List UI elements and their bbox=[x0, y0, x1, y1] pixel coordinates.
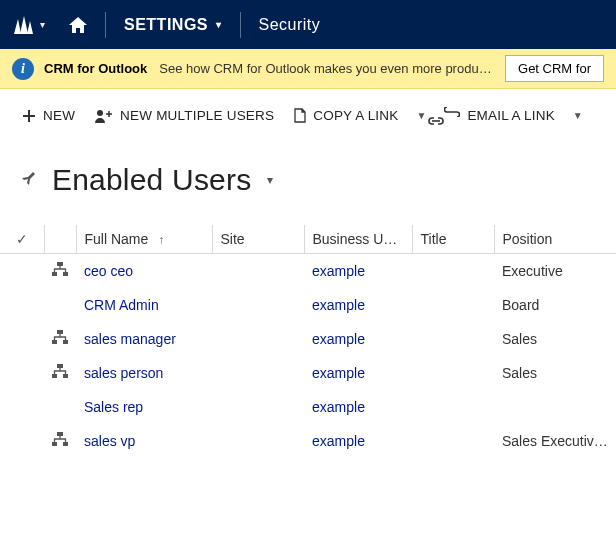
svg-rect-11 bbox=[52, 374, 57, 378]
hierarchy-cell[interactable] bbox=[44, 390, 76, 424]
site-cell bbox=[212, 424, 304, 458]
new-button[interactable]: NEW bbox=[14, 102, 83, 129]
business-unit-cell[interactable]: example bbox=[304, 424, 412, 458]
row-select-cell[interactable] bbox=[0, 424, 44, 458]
nav-security-label: Security bbox=[259, 16, 321, 34]
hierarchy-icon bbox=[52, 432, 68, 446]
check-icon: ✓ bbox=[16, 231, 28, 247]
hierarchy-icon bbox=[52, 330, 68, 344]
table-row[interactable]: sales vpexampleSales Executives bbox=[0, 424, 616, 458]
hierarchy-cell[interactable] bbox=[44, 356, 76, 390]
plus-icon bbox=[22, 109, 36, 123]
hierarchy-column-header[interactable] bbox=[44, 225, 76, 254]
full-name-cell[interactable]: sales vp bbox=[76, 424, 212, 458]
row-select-cell[interactable] bbox=[0, 288, 44, 322]
hierarchy-cell[interactable] bbox=[44, 254, 76, 288]
column-header-business-unit[interactable]: Business Unit… bbox=[304, 225, 412, 254]
position-cell: Sales Executives bbox=[494, 424, 616, 458]
view-header: Enabled Users ▾ bbox=[0, 163, 616, 197]
bu-link[interactable]: example bbox=[312, 399, 365, 415]
email-link-dropdown[interactable]: ▼ bbox=[567, 104, 589, 127]
title-cell bbox=[412, 254, 494, 288]
svg-rect-4 bbox=[57, 262, 63, 266]
full-name-cell[interactable]: Sales rep bbox=[76, 390, 212, 424]
new-multiple-users-button[interactable]: NEW MULTIPLE USERS bbox=[87, 102, 282, 129]
position-cell: Sales bbox=[494, 356, 616, 390]
business-unit-cell[interactable]: example bbox=[304, 322, 412, 356]
svg-rect-14 bbox=[52, 442, 57, 446]
select-all-header[interactable]: ✓ bbox=[0, 225, 44, 254]
new-label: NEW bbox=[43, 108, 75, 123]
document-icon bbox=[294, 108, 306, 123]
bu-link[interactable]: example bbox=[312, 365, 365, 381]
nav-security[interactable]: Security bbox=[245, 0, 335, 49]
title-cell bbox=[412, 322, 494, 356]
user-link[interactable]: CRM Admin bbox=[84, 297, 159, 313]
nav-separator bbox=[105, 12, 106, 38]
svg-rect-12 bbox=[63, 374, 68, 378]
column-header-site[interactable]: Site bbox=[212, 225, 304, 254]
svg-marker-2 bbox=[27, 21, 33, 34]
user-link[interactable]: Sales rep bbox=[84, 399, 143, 415]
user-link[interactable]: ceo ceo bbox=[84, 263, 133, 279]
svg-rect-9 bbox=[63, 340, 68, 344]
command-bar: NEW NEW MULTIPLE USERS COPY A LINK ▼ bbox=[0, 89, 616, 143]
hierarchy-icon bbox=[52, 262, 68, 276]
svg-rect-15 bbox=[63, 442, 68, 446]
pin-icon[interactable] bbox=[20, 169, 38, 191]
full-name-cell[interactable]: sales person bbox=[76, 356, 212, 390]
copy-link-label: COPY A LINK bbox=[313, 108, 398, 123]
hierarchy-cell[interactable] bbox=[44, 424, 76, 458]
site-cell bbox=[212, 254, 304, 288]
svg-rect-7 bbox=[57, 330, 63, 334]
notification-message: See how CRM for Outlook makes you even m… bbox=[159, 61, 493, 76]
row-select-cell[interactable] bbox=[0, 254, 44, 288]
bu-link[interactable]: example bbox=[312, 263, 365, 279]
svg-rect-6 bbox=[63, 272, 68, 276]
users-grid: ✓ Full Name ↑ Site Business Unit… Title … bbox=[0, 225, 616, 458]
app-logo-button[interactable]: ▾ bbox=[0, 0, 55, 49]
table-row[interactable]: sales managerexampleSales bbox=[0, 322, 616, 356]
view-selector-dropdown[interactable]: ▾ bbox=[267, 173, 273, 187]
business-unit-cell[interactable]: example bbox=[304, 288, 412, 322]
full-name-cell[interactable]: CRM Admin bbox=[76, 288, 212, 322]
home-button[interactable] bbox=[55, 0, 101, 49]
user-link[interactable]: sales manager bbox=[84, 331, 176, 347]
nav-settings[interactable]: SETTINGS ▾ bbox=[110, 0, 236, 49]
table-row[interactable]: ceo ceoexampleExecutive bbox=[0, 254, 616, 288]
view-title: Enabled Users bbox=[52, 163, 251, 197]
copy-link-button[interactable]: COPY A LINK bbox=[286, 102, 406, 129]
business-unit-cell[interactable]: example bbox=[304, 356, 412, 390]
bu-link[interactable]: example bbox=[312, 297, 365, 313]
chevron-down-icon: ▾ bbox=[40, 19, 45, 30]
business-unit-cell[interactable]: example bbox=[304, 390, 412, 424]
get-crm-button[interactable]: Get CRM for bbox=[505, 55, 604, 82]
full-name-cell[interactable]: sales manager bbox=[76, 322, 212, 356]
hierarchy-icon bbox=[52, 364, 68, 378]
row-select-cell[interactable] bbox=[0, 322, 44, 356]
full-name-cell[interactable]: ceo ceo bbox=[76, 254, 212, 288]
site-cell bbox=[212, 356, 304, 390]
table-row[interactable]: sales personexampleSales bbox=[0, 356, 616, 390]
title-cell bbox=[412, 356, 494, 390]
column-header-title[interactable]: Title bbox=[412, 225, 494, 254]
title-cell bbox=[412, 424, 494, 458]
users-plus-icon bbox=[95, 109, 113, 123]
svg-rect-10 bbox=[57, 364, 63, 368]
user-link[interactable]: sales person bbox=[84, 365, 163, 381]
bu-link[interactable]: example bbox=[312, 433, 365, 449]
column-header-position[interactable]: Position bbox=[494, 225, 616, 254]
column-header-full-name[interactable]: Full Name ↑ bbox=[76, 225, 212, 254]
table-row[interactable]: Sales repexample bbox=[0, 390, 616, 424]
row-select-cell[interactable] bbox=[0, 390, 44, 424]
row-select-cell[interactable] bbox=[0, 356, 44, 390]
bu-link[interactable]: example bbox=[312, 331, 365, 347]
position-cell: Executive bbox=[494, 254, 616, 288]
hierarchy-cell[interactable] bbox=[44, 322, 76, 356]
table-row[interactable]: CRM AdminexampleBoard bbox=[0, 288, 616, 322]
user-link[interactable]: sales vp bbox=[84, 433, 135, 449]
email-link-button[interactable]: EMAIL A LINK bbox=[436, 101, 562, 131]
business-unit-cell[interactable]: example bbox=[304, 254, 412, 288]
site-cell bbox=[212, 322, 304, 356]
hierarchy-cell[interactable] bbox=[44, 288, 76, 322]
